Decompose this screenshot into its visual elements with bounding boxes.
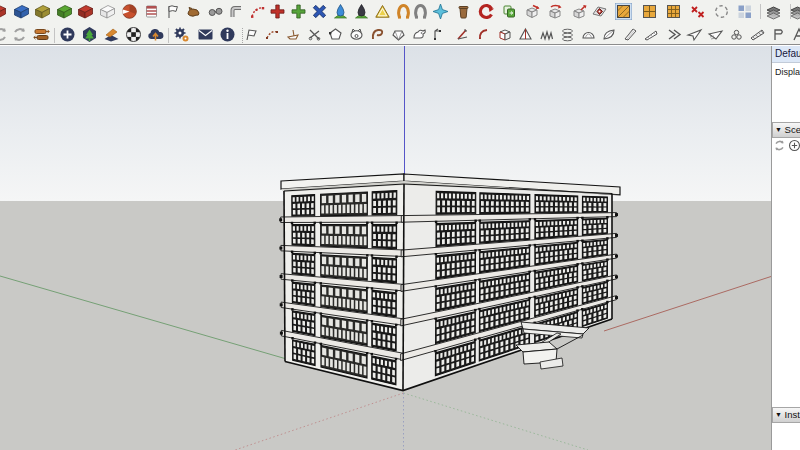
paw-icon[interactable] [185, 3, 202, 20]
circle-plus-navy-icon[interactable] [59, 26, 76, 43]
box-arrow-up-icon[interactable] [571, 3, 588, 20]
sketch-stairs-icon[interactable] [538, 26, 555, 43]
sketch-corner-icon[interactable] [432, 26, 449, 43]
box-olive-icon[interactable] [34, 3, 51, 20]
refresh-scene-icon[interactable] [773, 138, 786, 156]
sketch-pflag-icon[interactable] [770, 26, 787, 43]
undo-red-icon[interactable] [478, 3, 495, 20]
scenes-label: Sce [785, 124, 800, 135]
loop-gray-icon[interactable] [412, 3, 429, 20]
trash-icon[interactable] [455, 3, 472, 20]
checker-ball-icon[interactable] [125, 26, 142, 43]
sketch-fan-icon[interactable] [622, 26, 639, 43]
sketch-arc-icon[interactable] [264, 26, 281, 43]
instructor-section-header[interactable]: ▼ Inst [772, 407, 800, 423]
elbow-pipe-icon[interactable] [228, 3, 245, 20]
warning-triangle-icon[interactable] [374, 3, 391, 20]
plus-green-icon[interactable] [290, 3, 307, 20]
sketch-curve-icon[interactable] [475, 26, 492, 43]
box-red-icon[interactable] [77, 3, 94, 20]
drop-blue-icon[interactable] [332, 3, 349, 20]
application-window: Default Display: ▼ Sce ▼ Inst [0, 0, 800, 450]
grid-square-icon[interactable] [665, 3, 682, 20]
cloud-upload-icon[interactable] [147, 26, 164, 43]
materials-slope-icon[interactable] [103, 26, 120, 43]
sketch-flag-icon[interactable] [243, 26, 260, 43]
sketch-hatchwedge-icon[interactable] [749, 26, 766, 43]
flag-icon[interactable] [164, 3, 181, 20]
star4-cyan-icon[interactable] [432, 3, 449, 20]
sketch-pyramid-icon[interactable] [517, 26, 534, 43]
sketch-boat-icon[interactable] [285, 26, 302, 43]
tray-title: Default [775, 48, 800, 59]
dashed-arc-icon[interactable] [713, 3, 730, 20]
sketch-wire-icon[interactable] [559, 26, 576, 43]
box-white-icon[interactable] [99, 3, 116, 20]
scenes-section-header[interactable]: ▼ Sce [772, 122, 800, 138]
collapse-arrow-icon: ▼ [775, 123, 782, 136]
box-blue-icon[interactable] [13, 3, 30, 20]
sketch-gem-icon[interactable] [390, 26, 407, 43]
sketch-chevron-icon[interactable] [665, 26, 682, 43]
sketch-aletter-icon[interactable] [791, 26, 800, 43]
box-rotate-icon[interactable] [547, 3, 564, 20]
hatch-square-icon[interactable] [615, 3, 632, 20]
sketch-plane2-icon[interactable] [707, 26, 724, 43]
toolbar-separator [760, 4, 761, 19]
toolbar-separator [54, 28, 55, 43]
mesh-diamond-icon[interactable] [591, 3, 608, 20]
stack-cut-icon[interactable] [789, 3, 800, 20]
sketch-pig-icon[interactable] [348, 26, 365, 43]
sketch-pentagon-icon[interactable] [327, 26, 344, 43]
extension-tree-icon[interactable] [81, 26, 98, 43]
recycle-green-icon[interactable] [501, 3, 518, 20]
sphere-wedge-icon[interactable] [121, 3, 138, 20]
glasses-icon[interactable] [207, 3, 224, 20]
sketch-scissors-icon[interactable] [306, 26, 323, 43]
box-green-icon[interactable] [56, 3, 73, 20]
tray-tab-default[interactable]: Default [772, 46, 800, 63]
default-tray: Default Display: ▼ Sce ▼ Inst [771, 46, 800, 450]
pixel-grid-icon[interactable] [736, 3, 753, 20]
sketch-plane-icon[interactable] [686, 26, 703, 43]
box-red-cut-icon[interactable] [0, 3, 7, 20]
gears-icon[interactable] [173, 26, 190, 43]
cross-square-icon[interactable] [641, 3, 658, 20]
refresh-icon[interactable] [11, 26, 28, 43]
toolbar [0, 0, 800, 45]
table-icon[interactable] [143, 3, 160, 20]
asterisk-blue-icon[interactable] [311, 3, 328, 20]
swap-bars-icon[interactable] [33, 26, 50, 43]
sketch-angle-icon[interactable] [454, 26, 471, 43]
sketch-horn-icon[interactable] [369, 26, 386, 43]
sketch-leaf-icon[interactable] [601, 26, 618, 43]
plus-red-icon[interactable] [269, 3, 286, 20]
c-cut-icon[interactable] [0, 26, 9, 43]
double-x-red-icon[interactable] [689, 3, 706, 20]
info-circle-icon[interactable] [219, 26, 236, 43]
box-arrow-icon[interactable] [524, 3, 541, 20]
sketch-ramp-icon[interactable] [643, 26, 660, 43]
viewport-canvas[interactable] [0, 46, 771, 450]
sketch-rhino-icon[interactable] [411, 26, 428, 43]
sketch-boxface-icon[interactable] [496, 26, 513, 43]
instructor-label: Inst [785, 409, 800, 420]
envelope-icon[interactable] [197, 26, 214, 43]
toolbar-separator [168, 28, 169, 43]
drop-dark-icon[interactable] [353, 3, 370, 20]
add-scene-icon[interactable] [788, 138, 800, 156]
collapse-arrow-icon: ▼ [775, 408, 782, 421]
horseshoe-orange-icon[interactable] [395, 3, 412, 20]
bezier-curve-icon[interactable] [249, 3, 266, 20]
stack-dark-icon[interactable] [765, 3, 782, 20]
display-label: Display: [775, 67, 800, 77]
sketch-stackball-icon[interactable] [728, 26, 745, 43]
sketch-dome-icon[interactable] [580, 26, 597, 43]
